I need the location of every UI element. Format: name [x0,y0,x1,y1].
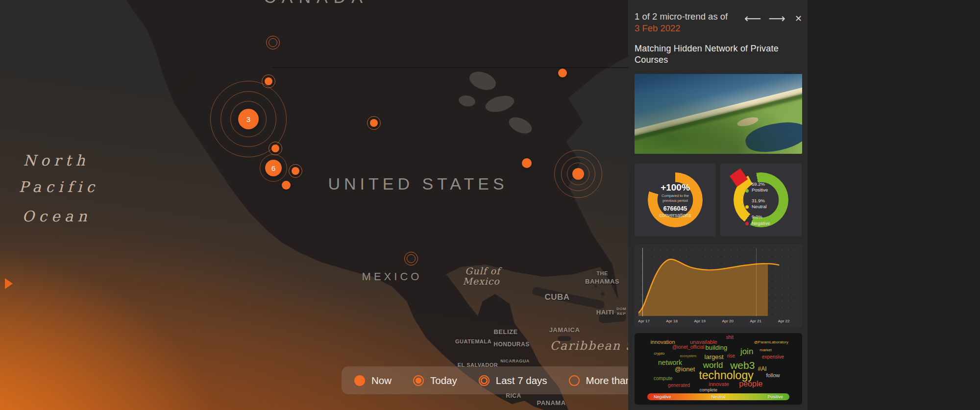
cloud-word-complete: complete [700,387,718,392]
change-percent: +100% [651,182,700,193]
sentiment-legend-positive: 59.2%Positive [752,181,770,193]
panel-nav: ⟵ ⟶ ✕ [744,13,802,24]
cloud-word-rise: rise [727,354,735,359]
map-marker-now[interactable] [282,181,291,190]
map-time-legend: NowTodayLast 7 daysMore than 7 days ago [342,366,675,394]
legend-item-label: Now [371,375,392,386]
word-cloud-card: Negative Neutral Positive innovationunav… [635,333,802,405]
x-axis-tick-label: Apr 22 [778,319,790,323]
marker-ring [266,36,280,49]
micro-trend-date: 3 Feb 2022 [635,23,728,34]
legend-item-label: Last 7 days [496,375,547,386]
marker-dot [271,145,279,152]
legend-now-icon [354,375,365,386]
cloud-word-largest: largest [705,353,724,360]
conversations-count: 6766045 [651,205,700,212]
change-caption: Compared to the previous period [651,193,700,203]
sentiment-label: Neutral [752,204,770,210]
sentiment-label: Negative [752,220,770,226]
photo-bunker [736,115,760,127]
cloud-word-ecosystem: ecosystem [680,354,696,357]
cloud-word-generated: generated [668,383,690,388]
map-marker-cluster[interactable]: 6 [265,160,282,176]
panel-header-text: 1 of 2 micro-trend as of 3 Feb 2022 [635,11,728,34]
cloud-word-expensive: expensive [762,355,784,360]
photo-pond [743,117,802,154]
cloud-word-ai: #AI [758,366,767,372]
x-axis-tick-label: Apr 19 [694,319,706,323]
map-marker-today[interactable] [265,77,272,85]
sentiment-pct: 59.2% [752,181,770,187]
sentiment-dot-icon [745,222,749,225]
map-marker-cluster[interactable] [572,168,584,180]
marker-ring [404,252,418,265]
map-marker-today[interactable] [370,119,378,127]
legend-item-label: Today [430,375,457,386]
legend-last7-icon [479,375,490,386]
marker-dot [522,158,532,168]
map-marker-now[interactable] [558,69,567,77]
cloud-word-shit: shit [726,335,734,340]
trend-area-fill [638,259,768,316]
trend-guide-line [642,248,643,316]
micro-trend-counter: 1 of 2 micro-trend as of [635,11,728,23]
scale-negative-label: Negative [654,394,671,399]
trend-title: Matching Hidden Network of Private Cours… [635,43,802,66]
map-marker-now[interactable] [522,158,532,168]
cloud-word-innovation: innovation [650,339,675,344]
prev-trend-arrow-icon[interactable]: ⟵ [744,13,761,24]
marker-dot [370,119,378,127]
trend-chart-card: Apr 17Apr 18Apr 19Apr 20Apr 21Apr 22 [635,244,802,327]
sentiment-pct: 9.0% [752,214,770,220]
cloud-word-crypto: crypto [654,352,664,356]
legend-today-icon [413,375,424,386]
sentiment-scale-bar: Negative Neutral Positive [647,393,789,400]
scale-positive-label: Positive [767,394,783,399]
map-marker-cluster[interactable]: 3 [238,109,259,129]
legend-older-icon [569,375,580,386]
sentiment-legend-negative: 9.0%Negative [752,214,770,226]
sentiment-pct: 31.9% [752,198,770,204]
map-marker-today[interactable] [292,167,299,175]
micro-trend-panel: 1 of 2 micro-trend as of 3 Feb 2022 ⟵ ⟶ … [628,0,980,410]
legend-item-last-7-days[interactable]: Last 7 days [479,375,547,386]
sentiment-legend-neutral: 31.9%Neutral [752,198,770,210]
legend-item-now[interactable]: Now [354,375,392,386]
trend-guide-line [756,248,757,316]
next-trend-arrow-icon[interactable]: ⟶ [769,13,785,24]
photo-beach [635,79,802,140]
scale-neutral-label: Neutral [711,394,725,399]
cloud-word-follow: follow [766,372,780,378]
sentiment-legend: 59.2%Positive31.9%Neutral9.0%Negative [752,181,770,226]
cloud-word-world: world [703,361,723,369]
x-axis-tick-label: Apr 17 [638,319,650,323]
cloud-word-network: network [658,359,682,366]
expand-sidebar-icon[interactable] [5,278,13,289]
marker-dot: 6 [265,160,282,176]
cloud-word-ionet: @ionet [675,366,695,372]
x-axis-tick-label: Apr 18 [666,319,678,323]
app: CANADAUNITED STATESMEXICONorthPacificOce… [0,0,980,410]
cloud-word-ionet-official: @ionet_official [672,345,705,350]
trend-x-axis: Apr 17Apr 18Apr 19Apr 20Apr 21Apr 22 [638,316,798,326]
cloud-word-market: market [760,348,771,352]
close-panel-icon[interactable]: ✕ [795,14,802,23]
change-caption-line2: previous period [662,198,687,203]
legend-item-today[interactable]: Today [413,375,457,386]
cloud-word-people: people [739,380,762,388]
trend-svg [638,247,798,316]
photo-treeline [635,85,802,144]
cloud-word-compute: compute [654,376,672,381]
change-caption-line1: Compared to the [662,193,689,198]
stats-row: +100% Compared to the previous period 67… [635,164,802,237]
conversations-stat-card: +100% Compared to the previous period 67… [635,164,716,237]
map-marker-today[interactable] [271,145,279,152]
marker-dot [558,69,567,77]
cloud-word-paramlaboratory: @ParamLaboratory [754,340,788,344]
sentiment-stat-card: 59.2%Positive31.9%Neutral9.0%Negative [720,164,802,237]
marker-dot [265,77,272,85]
cloud-word-building: building [705,344,727,351]
conversations-stat-text: +100% Compared to the previous period 67… [651,182,700,218]
cloud-word-join: join [740,347,753,355]
sentiment-dot-icon [745,189,749,193]
